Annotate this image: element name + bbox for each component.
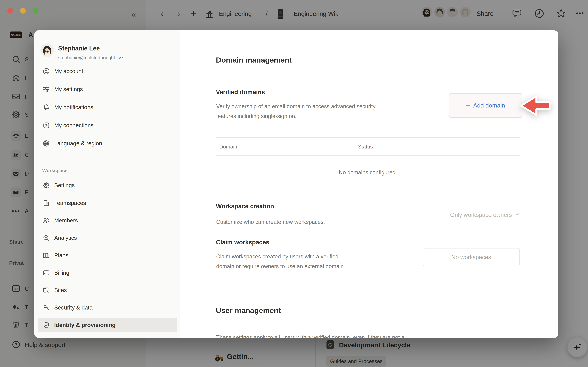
clipped-paragraph: These settings apply to all users with a… (216, 334, 404, 338)
members-icon (42, 217, 50, 225)
sidebar-item-settings[interactable]: Settings (38, 178, 177, 193)
sliders-icon (42, 85, 50, 93)
sidebar-item-contact-support[interactable]: Contact support (38, 335, 177, 338)
table-header-domain: Domain (219, 144, 237, 150)
sidebar-item-members[interactable]: Members (38, 213, 177, 228)
shield-check-icon (42, 321, 50, 329)
arrow-up-right-box-icon (42, 121, 50, 129)
zoom-window-button[interactable] (33, 8, 38, 14)
table-header-status: Status (358, 144, 373, 150)
screen: « ‹ › + Engineering / Engineering Wiki (0, 0, 588, 367)
person-circle-icon (42, 67, 50, 75)
select-value-label: Only workspace owners (450, 212, 512, 218)
credit-card-icon (42, 269, 50, 277)
key-icon (42, 304, 50, 312)
settings-modal: Stephanie Lee stephanie@toolsforthought.… (34, 30, 558, 338)
settings-content: Domain management Verified domains Verif… (180, 30, 558, 338)
sidebar-item-my-settings[interactable]: My settings (38, 82, 177, 97)
minimize-window-button[interactable] (20, 8, 26, 14)
sidebar-item-my-connections[interactable]: My connections (38, 118, 177, 133)
claim-workspaces-description: Claim workspaces created by users with a… (216, 252, 345, 271)
claim-workspaces-heading: Claim workspaces (216, 239, 269, 246)
user-management-heading: User management (216, 306, 281, 315)
no-workspaces-button[interactable]: No workspaces (423, 248, 520, 266)
sidebar-item-billing[interactable]: Billing (38, 266, 177, 280)
plus-icon: + (466, 102, 470, 109)
sidebar-item-identity-provisioning[interactable]: Identity & provisioning (38, 318, 177, 333)
settings-sidebar: Stephanie Lee stephanie@toolsforthought.… (34, 30, 180, 338)
sidebar-item-my-notifications[interactable]: My notifications (38, 100, 177, 115)
sidebar-item-analytics[interactable]: Analytics (38, 231, 177, 245)
close-window-button[interactable] (7, 8, 13, 14)
sidebar-item-plans[interactable]: Plans (38, 248, 177, 263)
page-title: Domain management (216, 56, 292, 64)
sidebar-item-my-account[interactable]: My account (38, 64, 177, 79)
user-avatar (41, 44, 54, 57)
map-icon (42, 251, 50, 259)
workspace-creation-description: Customize who can create new workspaces. (216, 217, 325, 227)
section-divider (216, 74, 520, 74)
sidebar-item-language-region[interactable]: Language & region (38, 136, 177, 151)
gear-icon (42, 181, 50, 189)
building-icon (42, 199, 50, 207)
sidebar-item-teamspaces[interactable]: Teamspaces (38, 196, 177, 210)
sidebar-item-sites[interactable]: Sites (38, 283, 177, 298)
chevron-down-icon (515, 212, 520, 218)
sidebar-item-security-data[interactable]: Security & data (38, 300, 177, 315)
bell-icon (42, 103, 50, 111)
workspace-creation-select[interactable]: Only workspace owners (216, 212, 520, 218)
table-top-border (216, 137, 520, 138)
browser-cursor-icon (42, 286, 50, 294)
workspace-creation-heading: Workspace creation (216, 203, 274, 210)
verified-domains-heading: Verified domains (216, 89, 265, 96)
user-email: stephanie@toolsforthought.xyz (58, 55, 123, 60)
globe-icon (42, 140, 50, 147)
user-name: Stephanie Lee (58, 45, 100, 52)
table-header-border (216, 155, 520, 156)
verified-domains-description: Verify ownership of an email domain to a… (216, 101, 376, 121)
section-divider (216, 324, 520, 324)
analytics-icon (42, 234, 50, 242)
add-domain-button[interactable]: + Add domain (449, 93, 522, 118)
window-controls (7, 8, 38, 14)
table-empty-state: No domains configured. (216, 167, 520, 177)
sidebar-section-workspace: Workspace (42, 168, 68, 173)
annotation-arrow-icon (519, 94, 551, 118)
